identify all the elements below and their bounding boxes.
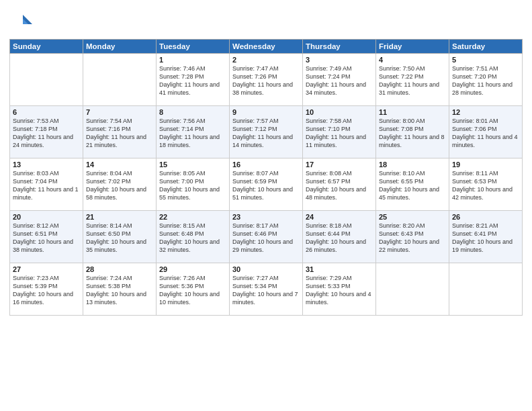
day-info: Sunrise: 7:53 AM Sunset: 7:18 PM Dayligh… xyxy=(13,117,80,150)
day-number: 7 xyxy=(86,108,153,116)
day-info: Sunrise: 7:57 AM Sunset: 7:12 PM Dayligh… xyxy=(232,117,300,150)
day-info: Sunrise: 7:50 AM Sunset: 7:22 PM Dayligh… xyxy=(379,64,446,97)
calendar-cell: 6Sunrise: 7:53 AM Sunset: 7:18 PM Daylig… xyxy=(10,106,83,158)
calendar-cell: 13Sunrise: 8:03 AM Sunset: 7:04 PM Dayli… xyxy=(10,158,83,211)
day-number: 27 xyxy=(13,265,80,273)
day-info: Sunrise: 8:01 AM Sunset: 7:06 PM Dayligh… xyxy=(452,117,519,150)
col-header-monday: Monday xyxy=(83,40,157,54)
calendar-cell: 16Sunrise: 8:07 AM Sunset: 6:59 PM Dayli… xyxy=(230,158,303,211)
calendar-table: SundayMondayTuesdayWednesdayThursdayFrid… xyxy=(9,39,523,316)
week-row-3: 13Sunrise: 8:03 AM Sunset: 7:04 PM Dayli… xyxy=(10,158,523,211)
day-info: Sunrise: 8:03 AM Sunset: 7:04 PM Dayligh… xyxy=(13,169,80,202)
col-header-thursday: Thursday xyxy=(303,40,376,54)
day-info: Sunrise: 7:23 AM Sunset: 5:39 PM Dayligh… xyxy=(13,274,80,307)
day-number: 11 xyxy=(379,108,446,116)
day-info: Sunrise: 7:49 AM Sunset: 7:24 PM Dayligh… xyxy=(306,64,373,97)
calendar-cell: 25Sunrise: 8:20 AM Sunset: 6:43 PM Dayli… xyxy=(376,211,449,263)
day-number: 20 xyxy=(13,213,80,221)
day-number: 6 xyxy=(13,108,80,116)
logo-icon xyxy=(9,9,34,34)
day-info: Sunrise: 7:54 AM Sunset: 7:16 PM Dayligh… xyxy=(86,117,153,150)
page: SundayMondayTuesdayWednesdayThursdayFrid… xyxy=(0,0,532,411)
day-number: 24 xyxy=(306,213,373,221)
day-number: 22 xyxy=(159,213,226,221)
day-number: 31 xyxy=(306,265,373,273)
calendar-cell: 18Sunrise: 8:10 AM Sunset: 6:55 PM Dayli… xyxy=(376,158,449,211)
day-info: Sunrise: 8:10 AM Sunset: 6:55 PM Dayligh… xyxy=(379,169,446,202)
day-info: Sunrise: 8:21 AM Sunset: 6:41 PM Dayligh… xyxy=(452,222,519,255)
col-header-tuesday: Tuesday xyxy=(157,40,230,54)
calendar-cell xyxy=(449,263,523,316)
calendar-cell: 12Sunrise: 8:01 AM Sunset: 7:06 PM Dayli… xyxy=(449,106,523,158)
day-number: 14 xyxy=(86,161,153,169)
svg-rect-0 xyxy=(9,9,34,34)
calendar-cell: 21Sunrise: 8:14 AM Sunset: 6:50 PM Dayli… xyxy=(83,211,157,263)
day-number: 4 xyxy=(379,56,446,64)
day-info: Sunrise: 7:29 AM Sunset: 5:33 PM Dayligh… xyxy=(306,274,373,307)
calendar-cell: 10Sunrise: 7:58 AM Sunset: 7:10 PM Dayli… xyxy=(303,106,376,158)
calendar-cell: 8Sunrise: 7:56 AM Sunset: 7:14 PM Daylig… xyxy=(157,106,230,158)
day-info: Sunrise: 8:05 AM Sunset: 7:00 PM Dayligh… xyxy=(159,169,226,202)
day-info: Sunrise: 8:17 AM Sunset: 6:46 PM Dayligh… xyxy=(232,222,300,255)
calendar-cell xyxy=(83,54,157,106)
col-header-friday: Friday xyxy=(376,40,449,54)
week-row-2: 6Sunrise: 7:53 AM Sunset: 7:18 PM Daylig… xyxy=(10,106,523,158)
day-info: Sunrise: 8:14 AM Sunset: 6:50 PM Dayligh… xyxy=(86,222,153,255)
calendar-cell: 29Sunrise: 7:26 AM Sunset: 5:36 PM Dayli… xyxy=(157,263,230,316)
calendar-header-row: SundayMondayTuesdayWednesdayThursdayFrid… xyxy=(10,40,523,54)
day-number: 5 xyxy=(452,56,519,64)
day-number: 23 xyxy=(232,213,300,221)
day-number: 21 xyxy=(86,213,153,221)
day-info: Sunrise: 7:26 AM Sunset: 5:36 PM Dayligh… xyxy=(159,274,226,307)
day-info: Sunrise: 7:47 AM Sunset: 7:26 PM Dayligh… xyxy=(232,64,300,97)
day-number: 29 xyxy=(159,265,226,273)
calendar-cell: 23Sunrise: 8:17 AM Sunset: 6:46 PM Dayli… xyxy=(230,211,303,263)
day-number: 12 xyxy=(452,108,519,116)
day-number: 26 xyxy=(452,213,519,221)
calendar-cell: 1Sunrise: 7:46 AM Sunset: 7:28 PM Daylig… xyxy=(157,54,230,106)
day-number: 25 xyxy=(379,213,446,221)
day-info: Sunrise: 8:18 AM Sunset: 6:44 PM Dayligh… xyxy=(306,222,373,255)
day-info: Sunrise: 7:27 AM Sunset: 5:34 PM Dayligh… xyxy=(232,274,300,307)
calendar-cell: 4Sunrise: 7:50 AM Sunset: 7:22 PM Daylig… xyxy=(376,54,449,106)
day-number: 16 xyxy=(232,161,300,169)
day-number: 9 xyxy=(232,108,300,116)
calendar-cell: 28Sunrise: 7:24 AM Sunset: 5:38 PM Dayli… xyxy=(83,263,157,316)
day-info: Sunrise: 8:08 AM Sunset: 6:57 PM Dayligh… xyxy=(306,169,373,202)
day-info: Sunrise: 7:24 AM Sunset: 5:38 PM Dayligh… xyxy=(86,274,153,307)
day-number: 30 xyxy=(232,265,300,273)
day-info: Sunrise: 7:51 AM Sunset: 7:20 PM Dayligh… xyxy=(452,64,519,97)
day-info: Sunrise: 7:58 AM Sunset: 7:10 PM Dayligh… xyxy=(306,117,373,150)
calendar-cell: 30Sunrise: 7:27 AM Sunset: 5:34 PM Dayli… xyxy=(230,263,303,316)
day-info: Sunrise: 7:56 AM Sunset: 7:14 PM Dayligh… xyxy=(159,117,226,150)
day-number: 2 xyxy=(232,56,300,64)
day-number: 8 xyxy=(159,108,226,116)
calendar-cell: 26Sunrise: 8:21 AM Sunset: 6:41 PM Dayli… xyxy=(449,211,523,263)
day-number: 1 xyxy=(159,56,226,64)
calendar-cell xyxy=(10,54,83,106)
calendar-cell: 27Sunrise: 7:23 AM Sunset: 5:39 PM Dayli… xyxy=(10,263,83,316)
calendar-cell: 7Sunrise: 7:54 AM Sunset: 7:16 PM Daylig… xyxy=(83,106,157,158)
week-row-4: 20Sunrise: 8:12 AM Sunset: 6:51 PM Dayli… xyxy=(10,211,523,263)
calendar-cell: 19Sunrise: 8:11 AM Sunset: 6:53 PM Dayli… xyxy=(449,158,523,211)
col-header-sunday: Sunday xyxy=(10,40,83,54)
day-number: 19 xyxy=(452,161,519,169)
day-number: 28 xyxy=(86,265,153,273)
calendar-cell: 15Sunrise: 8:05 AM Sunset: 7:00 PM Dayli… xyxy=(157,158,230,211)
header xyxy=(9,7,523,34)
calendar-cell xyxy=(376,263,449,316)
calendar-cell: 3Sunrise: 7:49 AM Sunset: 7:24 PM Daylig… xyxy=(303,54,376,106)
day-number: 15 xyxy=(159,161,226,169)
calendar-cell: 31Sunrise: 7:29 AM Sunset: 5:33 PM Dayli… xyxy=(303,263,376,316)
calendar-cell: 2Sunrise: 7:47 AM Sunset: 7:26 PM Daylig… xyxy=(230,54,303,106)
day-info: Sunrise: 8:07 AM Sunset: 6:59 PM Dayligh… xyxy=(232,169,300,202)
calendar-cell: 24Sunrise: 8:18 AM Sunset: 6:44 PM Dayli… xyxy=(303,211,376,263)
logo xyxy=(9,9,36,34)
col-header-saturday: Saturday xyxy=(449,40,523,54)
day-info: Sunrise: 8:11 AM Sunset: 6:53 PM Dayligh… xyxy=(452,169,519,202)
calendar-cell: 22Sunrise: 8:15 AM Sunset: 6:48 PM Dayli… xyxy=(157,211,230,263)
calendar-cell: 20Sunrise: 8:12 AM Sunset: 6:51 PM Dayli… xyxy=(10,211,83,263)
day-info: Sunrise: 8:20 AM Sunset: 6:43 PM Dayligh… xyxy=(379,222,446,255)
day-number: 3 xyxy=(306,56,373,64)
day-number: 18 xyxy=(379,161,446,169)
